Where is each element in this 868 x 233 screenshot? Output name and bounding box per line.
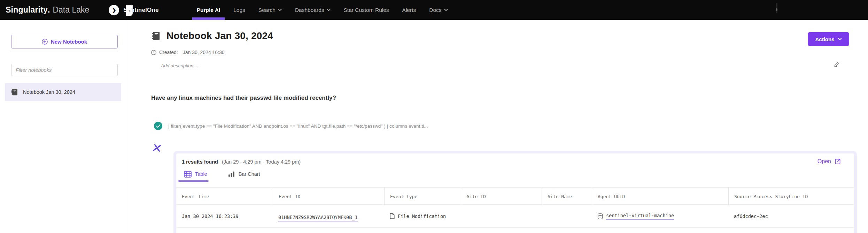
nav-item-alerts[interactable]: Alerts xyxy=(396,0,423,20)
brand-primary: Singularity xyxy=(6,5,48,15)
new-notebook-button[interactable]: New Notebook xyxy=(11,35,118,48)
nav-item-label: Purple AI xyxy=(197,7,220,13)
column-header-event-id: Event ID xyxy=(273,188,384,205)
new-notebook-label: New Notebook xyxy=(51,39,87,45)
column-header-site-id: Site ID xyxy=(461,188,542,205)
nav-item-label: Search xyxy=(258,7,276,13)
chevron-down-icon xyxy=(278,9,282,11)
plus-circle-icon xyxy=(42,39,48,45)
event-type-value: File Modification xyxy=(398,213,446,219)
nav-item-label: Dashboards xyxy=(295,7,324,13)
collapse-arrow-icon: ◂ xyxy=(128,8,130,13)
brand-secondary: Data Lake xyxy=(53,5,89,15)
clock-icon xyxy=(151,50,156,55)
tab-label: Table xyxy=(195,171,207,177)
created-label: Created: xyxy=(159,50,178,55)
notebook-icon xyxy=(151,31,161,41)
nav-item-logs[interactable]: Logs xyxy=(227,0,252,20)
chevron-down-icon xyxy=(444,9,448,11)
title-row: Notebook Jan 30, 2024 xyxy=(151,30,273,42)
check-circle-icon xyxy=(154,122,162,130)
column-header-storyline-id: Source Process StoryLine ID xyxy=(728,188,853,205)
notebooks-sidebar: New Notebook Notebook Jan 30, 2024 xyxy=(0,20,126,233)
actions-button[interactable]: Actions xyxy=(808,32,849,46)
created-row: Created: Jan 30, 2024 16:30 xyxy=(151,50,225,55)
table-row: Jan 30 2024 16:23:39 01HNE7NZ9SR2WYAA2BT… xyxy=(176,205,854,228)
query-text[interactable]: | filter( event.type == "File Modificati… xyxy=(168,123,428,129)
column-header-agent-uuid: Agent UUID xyxy=(592,188,728,205)
sidebar-item-label: Notebook Jan 30, 2024 xyxy=(23,89,75,95)
nav-item-purple-ai[interactable]: Purple AI xyxy=(190,0,227,20)
singularity-data-lake-page: Singularity. Data Lake ❯ SentinelOne Pur… xyxy=(0,0,868,233)
results-card: 1 results found (Jan 29 · 4:29 pm - Toda… xyxy=(173,151,857,233)
query-row: | filter( event.type == "File Modificati… xyxy=(154,122,428,130)
file-icon xyxy=(390,213,395,219)
external-link-icon xyxy=(835,158,841,165)
storyline-id-value: af6dcdec-2ec xyxy=(734,213,768,219)
page-title: Notebook Jan 30, 2024 xyxy=(166,30,273,42)
column-header-event-type: Event type xyxy=(384,188,461,205)
nav-item-dashboards[interactable]: Dashboards xyxy=(288,0,337,20)
cell-event-time: Jan 30 2024 16:23:39 xyxy=(176,213,273,219)
filter-notebooks-input[interactable] xyxy=(11,64,118,76)
actions-label: Actions xyxy=(815,36,834,42)
nav-scrollbar[interactable] xyxy=(776,3,777,13)
results-table: Event Time Event ID Event type Site ID S… xyxy=(176,187,854,228)
notebook-question: Have any linux machines had their passwd… xyxy=(151,95,336,102)
sidebar-divider xyxy=(10,52,118,52)
add-description-field[interactable]: Add description ... xyxy=(161,63,199,68)
nav-item-star-custom-rules[interactable]: Star Custom Rules xyxy=(337,0,396,20)
open-label: Open xyxy=(817,158,831,165)
sidebar-item-notebook[interactable]: Notebook Jan 30, 2024 xyxy=(5,83,121,101)
nav-item-docs[interactable]: Docs xyxy=(423,0,454,20)
nav-item-label: Alerts xyxy=(402,7,416,13)
nav-item-label: Logs xyxy=(233,7,245,13)
cell-agent-uuid: sentinel-virtual-machine xyxy=(592,213,728,220)
tab-table[interactable]: Table xyxy=(181,171,210,182)
sentinelone-logo-icon: ❯ xyxy=(109,5,119,15)
nav-item-label: Star Custom Rules xyxy=(344,7,389,13)
results-header: 1 results found (Jan 29 · 4:29 pm - Toda… xyxy=(182,159,848,165)
notebook-main: Notebook Jan 30, 2024 Actions Created: J… xyxy=(126,20,868,233)
chevron-down-icon xyxy=(838,38,842,40)
view-tabs: Table Bar Chart xyxy=(181,171,854,182)
nav-item-label: Docs xyxy=(429,7,441,13)
open-results-link[interactable]: Open xyxy=(817,158,841,165)
bar-chart-icon xyxy=(228,171,235,178)
tab-bar-chart[interactable]: Bar Chart xyxy=(225,171,263,182)
brand-dot: . xyxy=(48,5,50,15)
results-time-range: (Jan 29 · 4:29 pm - Today 4:29 pm) xyxy=(222,159,301,165)
tab-label: Bar Chart xyxy=(239,171,260,177)
table-header-row: Event Time Event ID Event type Site ID S… xyxy=(176,187,854,205)
endpoint-icon xyxy=(597,213,603,219)
results-count: 1 results found xyxy=(182,159,218,165)
column-header-event-time: Event Time xyxy=(176,188,273,205)
table-icon xyxy=(184,171,192,178)
cell-event-id: 01HNE7NZ9SR2WYAA2BTQYMFK0B_1 xyxy=(273,215,384,221)
purple-ai-icon xyxy=(152,143,162,153)
sidebar-collapse-button[interactable]: ◂ xyxy=(126,5,133,16)
created-value: Jan 30, 2024 16:30 xyxy=(183,50,225,55)
pencil-icon[interactable] xyxy=(834,61,840,67)
singularity-logo: Singularity. Data Lake xyxy=(6,5,89,15)
agent-uuid-link[interactable]: sentinel-virtual-machine xyxy=(606,213,674,220)
notebook-icon xyxy=(11,88,18,96)
cell-event-type: File Modification xyxy=(384,213,461,219)
nav-item-search[interactable]: Search xyxy=(252,0,288,20)
event-id-link[interactable]: 01HNE7NZ9SR2WYAA2BTQYMFK0B_1 xyxy=(278,215,358,221)
top-nav-items: Purple AI Logs Search Dashboards Star Cu… xyxy=(190,0,455,20)
chevron-down-icon xyxy=(327,9,331,11)
sentinelone-block: ❯ SentinelOne xyxy=(109,5,158,15)
cell-storyline-id: af6dcdec-2ec xyxy=(728,213,853,219)
column-header-site-name: Site Name xyxy=(542,188,592,205)
